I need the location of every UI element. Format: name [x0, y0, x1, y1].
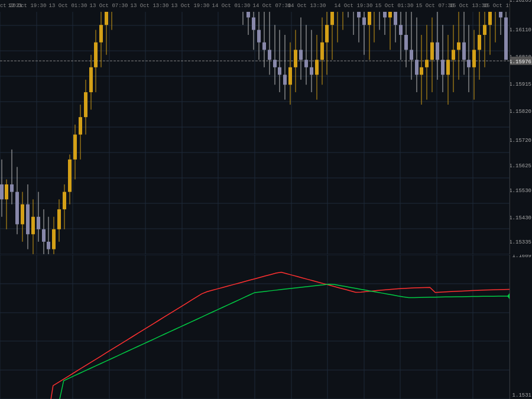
main-yaxis — [510, 0, 532, 254]
chart-container — [0, 0, 532, 399]
indicator-yaxis — [510, 255, 532, 399]
